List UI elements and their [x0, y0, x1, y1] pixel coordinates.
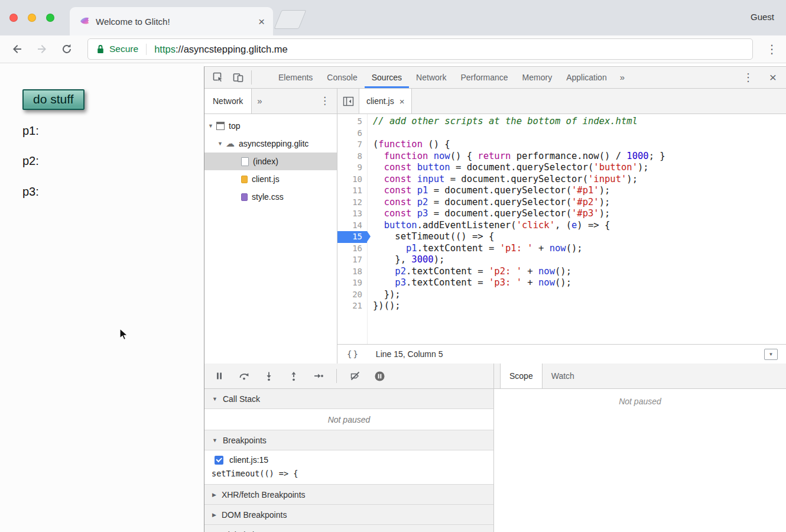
- tree-item-label: top: [229, 121, 240, 131]
- close-devtools-icon[interactable]: ×: [760, 70, 786, 85]
- code-line-21: 21})();: [337, 300, 786, 312]
- line-number[interactable]: 12: [337, 197, 367, 209]
- step-out-button[interactable]: [284, 366, 303, 386]
- code-editor-body[interactable]: 5// add other scripts at the bottom of i…: [337, 114, 786, 344]
- pause-on-exceptions-button[interactable]: [370, 366, 389, 386]
- line-number[interactable]: 19: [337, 277, 367, 289]
- call-stack-title: Call Stack: [223, 394, 260, 404]
- line-number[interactable]: 16: [337, 243, 367, 255]
- line-number[interactable]: 5: [337, 116, 367, 128]
- devtools-tab-application[interactable]: Application: [559, 67, 614, 88]
- reload-button[interactable]: [54, 43, 79, 55]
- editor-tab-close-icon[interactable]: ×: [400, 96, 405, 106]
- file-tree: ▼top▼☁asyncstepping.glitc(index)client.j…: [204, 114, 337, 206]
- tree-item-client-js[interactable]: client.js: [204, 170, 337, 188]
- call-stack-section-header[interactable]: ▼ Call Stack: [204, 389, 493, 409]
- chevron-right-icon: ▶: [212, 512, 216, 518]
- scope-pane-tabs: Scope Watch: [494, 364, 786, 389]
- breakpoint-checkbox[interactable]: [215, 456, 223, 465]
- do-stuff-button[interactable]: do stuff: [22, 89, 85, 110]
- tree-expand-icon[interactable]: ▼: [208, 123, 216, 129]
- step-into-button[interactable]: [259, 366, 278, 386]
- xhr-breakpoints-section-header[interactable]: ▶ XHR/fetch Breakpoints: [204, 485, 493, 505]
- back-button[interactable]: [5, 43, 30, 55]
- step-over-button[interactable]: [234, 366, 254, 386]
- tree-item-index[interactable]: (index): [204, 153, 337, 170]
- devtools-tab-console[interactable]: Console: [320, 67, 364, 88]
- p3-label: p3:: [22, 185, 39, 199]
- devtools-menu-icon[interactable]: ⋮: [736, 71, 760, 84]
- new-tab-button[interactable]: [274, 10, 307, 29]
- line-number[interactable]: 17: [337, 254, 367, 266]
- breakpoint-code-preview: setTimeout(() => {: [204, 469, 493, 478]
- line-number[interactable]: 21: [337, 300, 367, 312]
- profile-label[interactable]: Guest: [751, 12, 774, 22]
- tree-item-top[interactable]: ▼top: [204, 117, 337, 135]
- editor-tab-label: client.js: [366, 96, 394, 106]
- devtools-tab-sources[interactable]: Sources: [365, 67, 409, 88]
- global-listeners-section-header[interactable]: ▶ Global Listeners: [204, 525, 493, 532]
- pause-script-button[interactable]: [209, 366, 229, 386]
- toggle-navigator-button[interactable]: [337, 89, 359, 113]
- devtools-tab-network[interactable]: Network: [409, 67, 453, 88]
- url-scheme: https: [154, 44, 176, 54]
- line-number[interactable]: 18: [337, 266, 367, 278]
- gutter-divider: [367, 114, 368, 344]
- dom-breakpoints-section-header[interactable]: ▶ DOM Breakpoints: [204, 505, 493, 525]
- line-number[interactable]: 10: [337, 174, 367, 186]
- browser-menu-icon[interactable]: ⋮: [758, 42, 786, 56]
- line-number[interactable]: 6: [337, 128, 367, 140]
- devtools-tab-elements[interactable]: Elements: [271, 67, 320, 88]
- tab-watch[interactable]: Watch: [543, 364, 583, 388]
- close-window-button[interactable]: [9, 14, 18, 22]
- url-text[interactable]: https://asyncstepping.glitch.me: [154, 44, 288, 55]
- global-listeners-title: Global Listeners: [222, 530, 281, 532]
- zoom-window-button[interactable]: [46, 14, 54, 22]
- pretty-print-icon[interactable]: {}: [347, 349, 359, 359]
- address-bar[interactable]: Secure https://asyncstepping.glitch.me: [87, 38, 753, 60]
- status-dropdown-icon[interactable]: ▼: [764, 349, 778, 360]
- deactivate-breakpoints-icon: [350, 371, 360, 381]
- minimize-window-button[interactable]: [28, 14, 36, 22]
- tree-item-label: style.css: [252, 192, 284, 202]
- code-lines: 5// add other scripts at the bottom of i…: [337, 114, 786, 312]
- device-toolbar-button[interactable]: [228, 67, 248, 88]
- navigator-tab-network[interactable]: Network: [204, 89, 252, 113]
- forward-button[interactable]: [30, 43, 54, 55]
- breakpoints-section-header[interactable]: ▼ Breakpoints: [204, 430, 493, 450]
- pause-icon: [214, 371, 225, 381]
- cursor-position-label: Line 15, Column 5: [376, 349, 443, 359]
- line-number[interactable]: 13: [337, 208, 367, 220]
- tree-expand-icon[interactable]: ▼: [217, 141, 226, 147]
- web-page: do stuff p1: p2: p3:: [0, 63, 204, 532]
- line-number[interactable]: 9: [337, 162, 367, 174]
- tab-close-icon[interactable]: ×: [258, 16, 265, 27]
- line-number[interactable]: 8: [337, 151, 367, 163]
- breakpoint-line-number[interactable]: 15: [337, 231, 367, 243]
- breakpoint-entry[interactable]: client.js:15 setTimeout(() => {: [204, 450, 493, 485]
- xhr-breakpoints-title: XHR/fetch Breakpoints: [222, 490, 306, 499]
- more-tabs-icon[interactable]: »: [614, 67, 631, 88]
- line-number[interactable]: 11: [337, 185, 367, 197]
- tree-item-style-css[interactable]: style.css: [204, 188, 337, 206]
- forward-icon: [36, 43, 48, 55]
- scope-pane: Scope Watch Not paused: [494, 364, 786, 532]
- editor-tab-clientjs[interactable]: client.js ×: [359, 89, 412, 113]
- stylesheet-icon: [241, 193, 248, 201]
- navigator-more-tabs-icon[interactable]: »: [252, 89, 267, 113]
- browser-toolbar: Secure https://asyncstepping.glitch.me ⋮: [0, 35, 786, 63]
- line-number[interactable]: 14: [337, 220, 367, 232]
- devtools-tab-memory[interactable]: Memory: [515, 67, 560, 88]
- secure-label: Secure: [109, 44, 138, 54]
- navigator-menu-icon[interactable]: ⋮: [313, 89, 337, 113]
- devtools-tab-performance[interactable]: Performance: [453, 67, 515, 88]
- tab-scope[interactable]: Scope: [500, 364, 543, 388]
- step-button[interactable]: [308, 366, 328, 386]
- inspect-element-button[interactable]: [208, 67, 228, 88]
- deactivate-breakpoints-button[interactable]: [345, 366, 365, 386]
- line-number[interactable]: 20: [337, 289, 367, 301]
- tree-item-asyncstepping-glitc[interactable]: ▼☁asyncstepping.glitc: [204, 135, 337, 153]
- script-icon: [241, 176, 248, 183]
- browser-tab[interactable]: Welcome to Glitch! ×: [70, 7, 273, 35]
- line-number[interactable]: 7: [337, 139, 367, 151]
